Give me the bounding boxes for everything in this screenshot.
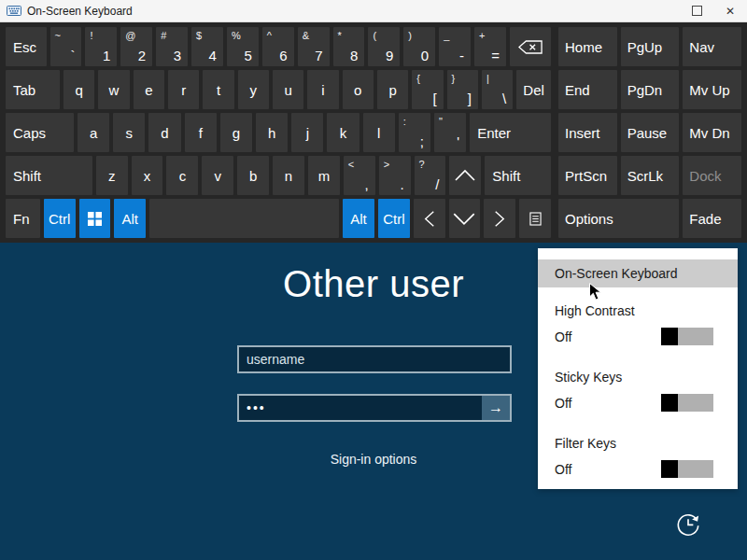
options-key[interactable]: Options xyxy=(558,199,679,238)
ease-of-access-button[interactable] xyxy=(669,506,707,543)
key-m[interactable]: m xyxy=(308,156,340,195)
del-key[interactable]: Del xyxy=(516,70,551,109)
space-key[interactable] xyxy=(149,199,339,238)
fade-key[interactable]: Fade xyxy=(683,199,741,238)
scrlk-key[interactable]: ScrLk xyxy=(621,156,680,195)
nav-left-key[interactable] xyxy=(414,199,445,238)
period-key[interactable]: >. xyxy=(379,156,411,195)
key-6[interactable]: ^6 xyxy=(262,27,294,66)
bracket-open-key[interactable]: {[ xyxy=(412,70,443,109)
key-y[interactable]: y xyxy=(238,70,269,109)
key-k[interactable]: k xyxy=(327,113,359,152)
key-w[interactable]: w xyxy=(98,70,129,109)
key-9[interactable]: (9 xyxy=(368,27,400,66)
close-button[interactable]: ✕ xyxy=(713,0,747,21)
maximize-button[interactable] xyxy=(680,0,713,21)
submit-button[interactable]: → xyxy=(482,396,510,420)
prtscn-key[interactable]: PrtScn xyxy=(558,156,617,195)
key-b[interactable]: b xyxy=(237,156,269,195)
key-e[interactable]: e xyxy=(134,70,164,109)
key-v[interactable]: v xyxy=(202,156,233,195)
insert-key[interactable]: Insert xyxy=(558,113,617,152)
toggle-switch[interactable] xyxy=(661,394,713,412)
key-n[interactable]: n xyxy=(273,156,304,195)
key-label: u xyxy=(284,82,291,98)
key-c[interactable]: c xyxy=(166,156,198,195)
key-g[interactable]: g xyxy=(220,113,252,152)
quote-key[interactable]: "' xyxy=(434,113,466,152)
shift-left-key[interactable]: Shift xyxy=(6,156,92,195)
key-i[interactable]: i xyxy=(307,70,338,109)
minus-key[interactable]: _- xyxy=(439,27,471,66)
pause-key[interactable]: Pause xyxy=(621,113,680,152)
equals-key[interactable]: += xyxy=(474,27,506,66)
flyout-item-on-screen-keyboard[interactable]: On-Screen Keyboard xyxy=(538,259,738,287)
comma-key[interactable]: <, xyxy=(344,156,375,195)
key-s[interactable]: s xyxy=(113,113,145,152)
key-x[interactable]: x xyxy=(132,156,163,195)
key-u[interactable]: u xyxy=(273,70,303,109)
key-o[interactable]: o xyxy=(343,70,374,109)
nav-right-key[interactable] xyxy=(484,199,515,238)
ctrl-right-key[interactable]: Ctrl xyxy=(378,199,410,238)
backslash-key[interactable]: |\ xyxy=(482,70,513,109)
caps-key[interactable]: Caps xyxy=(6,113,74,152)
key-f[interactable]: f xyxy=(185,113,217,152)
base-char: 3 xyxy=(174,48,181,63)
pgup-key[interactable]: PgUp xyxy=(621,27,680,66)
key-1[interactable]: !1 xyxy=(85,27,117,66)
key-label: j xyxy=(306,125,309,141)
username-input[interactable] xyxy=(237,345,512,373)
mv-dn-key[interactable]: Mv Dn xyxy=(683,113,741,152)
password-input[interactable] xyxy=(239,396,482,420)
key-0[interactable]: )0 xyxy=(403,27,435,66)
alt-left-key[interactable]: Alt xyxy=(114,199,146,238)
chevron-down-icon xyxy=(452,212,476,226)
semicolon-key[interactable]: :; xyxy=(399,113,430,152)
key-d[interactable]: d xyxy=(148,113,180,152)
key-3[interactable]: #3 xyxy=(156,27,188,66)
nav-key[interactable]: Nav xyxy=(683,27,741,66)
key-8[interactable]: *8 xyxy=(333,27,365,66)
key-2[interactable]: @2 xyxy=(120,27,152,66)
backspace-icon xyxy=(518,40,543,54)
alt-right-key[interactable]: Alt xyxy=(343,199,374,238)
bracket-close-key[interactable]: }] xyxy=(447,70,478,109)
key-r[interactable]: r xyxy=(168,70,199,109)
menu-key[interactable] xyxy=(519,199,551,238)
mv-up-key[interactable]: Mv Up xyxy=(683,70,741,109)
key-z[interactable]: z xyxy=(96,156,128,195)
slash-key[interactable]: ?/ xyxy=(415,156,446,195)
windows-key[interactable] xyxy=(79,199,111,238)
key-a[interactable]: a xyxy=(78,113,109,152)
key-4[interactable]: $4 xyxy=(191,27,223,66)
key-p[interactable]: p xyxy=(377,70,408,109)
end-key[interactable]: End xyxy=(558,70,617,109)
toggle-switch[interactable] xyxy=(661,328,713,345)
key-h[interactable]: h xyxy=(256,113,288,152)
esc-key[interactable]: Esc xyxy=(6,27,47,66)
backtick-key[interactable]: ~` xyxy=(50,27,82,66)
key-t[interactable]: t xyxy=(203,70,233,109)
toggle-label: Filter Keys xyxy=(555,436,738,451)
enter-key[interactable]: Enter xyxy=(470,113,551,152)
key-7[interactable]: &7 xyxy=(298,27,330,66)
toggle-switch[interactable] xyxy=(661,460,713,478)
key-label: Nav xyxy=(689,39,714,55)
tab-key[interactable]: Tab xyxy=(6,70,60,109)
ctrl-left-key[interactable]: Ctrl xyxy=(44,199,76,238)
shift-char: + xyxy=(479,30,485,41)
key-l[interactable]: l xyxy=(363,113,395,152)
pgdn-key[interactable]: PgDn xyxy=(621,70,680,109)
key-j[interactable]: j xyxy=(291,113,323,152)
base-char: 1 xyxy=(103,48,110,63)
key-5[interactable]: %5 xyxy=(227,27,259,66)
nav-down-key[interactable] xyxy=(449,199,481,238)
fn-key[interactable]: Fn xyxy=(6,199,40,238)
shift-right-key[interactable]: Shift xyxy=(485,156,551,195)
home-key[interactable]: Home xyxy=(558,27,617,66)
backspace-key[interactable] xyxy=(510,27,551,66)
shift-char: * xyxy=(338,30,342,41)
key-q[interactable]: q xyxy=(63,70,94,109)
nav-up-key[interactable] xyxy=(449,156,481,195)
